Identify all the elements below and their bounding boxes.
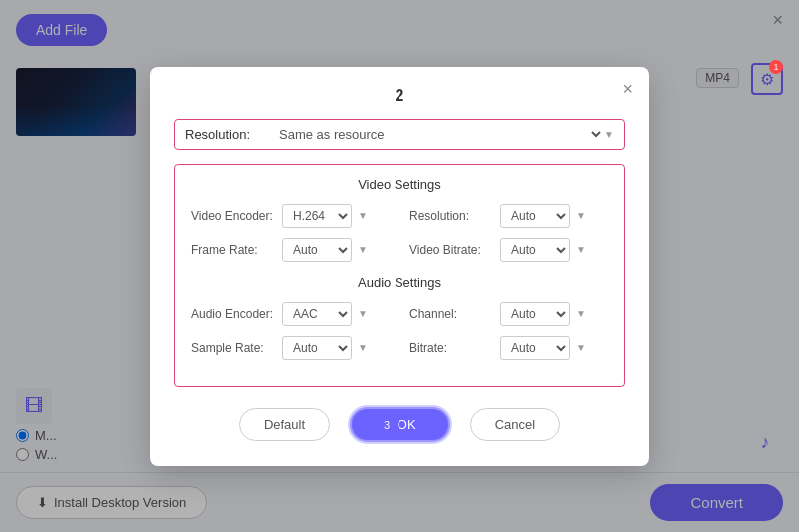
default-button[interactable]: Default	[239, 408, 330, 441]
modal-close-button[interactable]: ×	[622, 79, 633, 100]
chevron-down-icon-rr: ▼	[576, 210, 586, 221]
resolution-select[interactable]: Same as resource	[275, 126, 604, 143]
frame-rate-label: Frame Rate:	[191, 243, 276, 257]
modal-buttons: Default 3 OK Cancel	[174, 407, 625, 442]
sample-rate-row: Sample Rate: Auto ▼	[191, 336, 390, 360]
chevron-down-icon-ve: ▼	[358, 210, 368, 221]
bitrate-select[interactable]: Auto	[500, 336, 570, 360]
audio-encoder-label: Audio Encoder:	[191, 307, 276, 321]
ok-number: 3	[384, 419, 390, 431]
chevron-down-icon-sr: ▼	[358, 342, 368, 353]
modal-overlay: × 2 Resolution: Same as resource ▼ Video…	[0, 0, 799, 532]
video-bitrate-select[interactable]: Auto	[500, 238, 570, 262]
resolution-label: Resolution:	[185, 127, 275, 142]
chevron-down-icon-vb: ▼	[576, 244, 586, 255]
bitrate-label: Bitrate:	[409, 341, 494, 355]
settings-modal: × 2 Resolution: Same as resource ▼ Video…	[150, 67, 649, 466]
ok-button[interactable]: 3 OK	[350, 407, 450, 442]
resolution-right-select[interactable]: Auto	[500, 204, 570, 228]
video-settings-grid: Video Encoder: H.264 ▼ Resolution: Auto …	[191, 204, 608, 262]
chevron-down-icon-ch: ▼	[576, 308, 586, 319]
audio-settings-grid: Audio Encoder: AAC ▼ Channel: Auto ▼	[191, 302, 608, 360]
channel-select[interactable]: Auto	[500, 302, 570, 326]
channel-row: Channel: Auto ▼	[409, 302, 608, 326]
chevron-down-icon-fr: ▼	[358, 244, 368, 255]
frame-rate-row: Frame Rate: Auto ▼	[191, 238, 390, 262]
cancel-button[interactable]: Cancel	[470, 408, 560, 441]
resolution-right-row: Resolution: Auto ▼	[409, 204, 608, 228]
video-encoder-select[interactable]: H.264	[282, 204, 352, 228]
sample-rate-select[interactable]: Auto	[282, 336, 352, 360]
video-encoder-row: Video Encoder: H.264 ▼	[191, 204, 390, 228]
chevron-down-icon-br: ▼	[576, 342, 586, 353]
modal-number: 2	[174, 87, 625, 105]
audio-settings-title: Audio Settings	[191, 275, 608, 290]
video-settings-title: Video Settings	[191, 177, 608, 192]
video-bitrate-label: Video Bitrate:	[409, 243, 494, 257]
chevron-down-icon-ae: ▼	[358, 308, 368, 319]
chevron-down-icon: ▼	[604, 129, 614, 140]
audio-encoder-row: Audio Encoder: AAC ▼	[191, 302, 390, 326]
resolution-row: Resolution: Same as resource ▼	[174, 119, 625, 150]
app-background: Add File × MP4 1 ⚙ 🎞 M... W... ♪ ⬇ Insta…	[0, 0, 799, 532]
frame-rate-select[interactable]: Auto	[282, 238, 352, 262]
resolution-right-label: Resolution:	[409, 209, 494, 223]
settings-box: Video Settings Video Encoder: H.264 ▼ Re…	[174, 164, 625, 387]
audio-encoder-select[interactable]: AAC	[282, 302, 352, 326]
video-encoder-label: Video Encoder:	[191, 209, 276, 223]
badge-number: 1	[769, 60, 783, 74]
sample-rate-label: Sample Rate:	[191, 341, 276, 355]
bitrate-row: Bitrate: Auto ▼	[409, 336, 608, 360]
video-bitrate-row: Video Bitrate: Auto ▼	[409, 238, 608, 262]
channel-label: Channel:	[409, 307, 494, 321]
